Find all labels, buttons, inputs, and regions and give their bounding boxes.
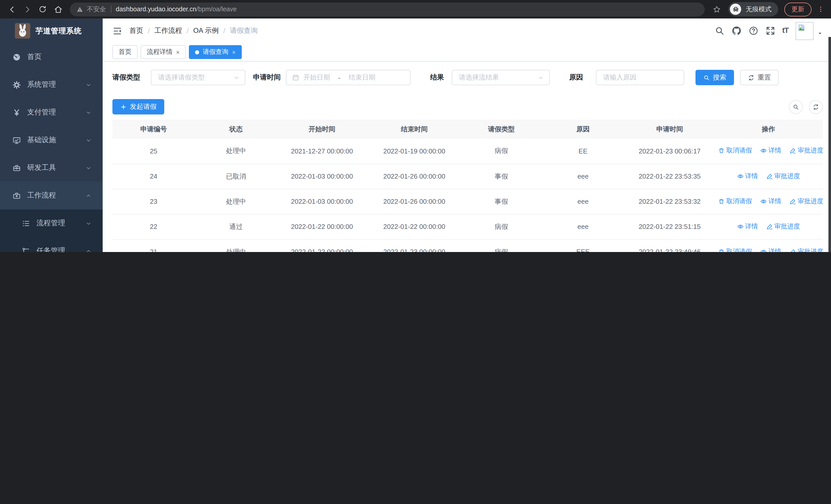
font-size-icon[interactable]: tT — [782, 26, 789, 36]
leave-type-select[interactable]: 请选择请假类型 — [151, 70, 245, 85]
table-row[interactable]: 25处理中2021-12-27 00:00:002022-01-19 00:00… — [112, 139, 823, 164]
table-row[interactable]: 23处理中2022-01-03 00:00:002022-01-26 00:00… — [112, 189, 823, 214]
cell-apply-time: 2022-01-22 23:49:46 — [625, 239, 714, 252]
github-icon[interactable] — [732, 26, 742, 36]
close-icon[interactable]: × — [176, 49, 180, 56]
sidebar: 芋道管理系统 首页系统管理支付管理基础设施研发工具工作流程流程管理任务管理我的流… — [0, 19, 103, 252]
app-title: 芋道管理系统 — [35, 26, 82, 36]
eye-detail-icon — [760, 148, 767, 154]
browser-update-button[interactable]: 更新 — [784, 2, 811, 16]
security-warning-icon[interactable] — [77, 6, 83, 12]
cell-apply-id: 24 — [112, 164, 195, 189]
browser-menu-button[interactable] — [815, 3, 826, 16]
breadcrumb-item[interactable]: 工作流程 — [154, 26, 182, 35]
security-label[interactable]: 不安全 — [87, 5, 106, 13]
sidebar-item-infra[interactable]: 基础设施 — [0, 126, 103, 154]
action-detail[interactable]: 详情 — [760, 197, 781, 206]
action-approval-progress[interactable]: 审批进度 — [766, 222, 800, 231]
trash-icon — [718, 248, 725, 252]
tab-leave-query[interactable]: 请假查询× — [189, 45, 242, 59]
bookmark-star-button[interactable] — [710, 3, 723, 16]
table-row[interactable]: 24已取消2022-01-03 00:00:002022-01-26 00:00… — [112, 164, 823, 189]
action-cancel-leave[interactable]: 取消请假 — [718, 147, 752, 155]
sidebar-item-home[interactable]: 首页 — [0, 43, 103, 71]
sidebar-item-system[interactable]: 系统管理 — [0, 71, 103, 98]
sidebar-collapse-button[interactable] — [112, 26, 122, 36]
column-header: 原因 — [541, 120, 625, 139]
sidebar-item-workflow[interactable]: 工作流程 — [0, 182, 103, 209]
action-approval-progress[interactable]: 审批进度 — [790, 147, 823, 155]
tab-process-detail[interactable]: 流程详情× — [141, 45, 186, 59]
result-placeholder: 请选择流结果 — [459, 73, 499, 82]
incognito-label: 无痕模式 — [746, 5, 771, 13]
browser-reload-button[interactable] — [36, 3, 49, 16]
address-bar[interactable]: 不安全 dashboard.yudao.iocoder.cn/bpm/oa/le… — [70, 2, 705, 16]
calendar-icon — [292, 74, 299, 81]
incognito-avatar — [730, 4, 741, 15]
app-logo-row[interactable]: 芋道管理系统 — [0, 19, 103, 43]
chevron-up-icon — [85, 192, 92, 199]
help-icon[interactable] — [748, 26, 758, 36]
eye-detail-icon — [737, 223, 744, 230]
tab-home[interactable]: 首页 — [112, 45, 138, 59]
action-approval-progress[interactable]: 审批进度 — [766, 172, 800, 180]
table-row[interactable]: 21处理中2022-01-22 00:00:002022-01-23 00:00… — [112, 239, 823, 252]
sidebar-item-process-mgmt[interactable]: 流程管理 — [0, 209, 103, 237]
action-detail[interactable]: 详情 — [737, 222, 758, 231]
create-leave-button[interactable]: 发起请假 — [112, 99, 164, 114]
action-detail[interactable]: 详情 — [737, 172, 758, 180]
reason-placeholder: 请输入原因 — [603, 73, 636, 82]
incognito-icon — [732, 5, 739, 13]
sidebar-item-payment[interactable]: 支付管理 — [0, 98, 103, 126]
reset-button[interactable]: 重置 — [740, 70, 779, 85]
cell-status: 处理中 — [195, 139, 277, 164]
refresh-icon — [812, 103, 819, 110]
cell-apply-time: 2022-01-23 00:06:17 — [625, 139, 714, 164]
page-scrollbar[interactable] — [828, 37, 831, 252]
breadcrumb-item[interactable]: 首页 — [130, 26, 143, 35]
column-header: 操作 — [714, 120, 823, 139]
breadcrumb-item[interactable]: OA 示例 — [193, 26, 219, 35]
apply-time-range-input[interactable]: 开始日期 - 结束日期 — [286, 70, 411, 85]
cell-leave-type: 病假 — [462, 239, 541, 252]
table-search-toggle-button[interactable] — [789, 100, 803, 114]
result-select[interactable]: 请选择流结果 — [452, 70, 550, 85]
cell-start-time: 2021-12-27 00:00:00 — [277, 139, 367, 164]
table-row[interactable]: 22通过2022-01-22 00:00:002022-01-22 00:00:… — [112, 214, 823, 239]
action-cancel-leave[interactable]: 取消请假 — [718, 197, 752, 206]
cell-leave-type: 事假 — [462, 189, 541, 214]
cell-start-time: 2022-01-03 00:00:00 — [277, 189, 367, 214]
avatar-caret-icon[interactable] — [817, 31, 823, 36]
table-refresh-button[interactable] — [809, 100, 823, 114]
fullscreen-icon[interactable] — [765, 26, 776, 36]
action-cancel-leave[interactable]: 取消请假 — [718, 247, 752, 252]
chevron-down-icon — [85, 220, 92, 227]
cell-start-time: 2022-01-22 00:00:00 — [277, 239, 367, 252]
plus-icon — [120, 103, 127, 110]
action-approval-progress[interactable]: 审批进度 — [790, 197, 823, 206]
reason-input[interactable]: 请输入原因 — [596, 70, 684, 85]
action-approval-progress[interactable]: 审批进度 — [790, 247, 823, 252]
home-icon — [54, 5, 62, 13]
browser-forward-button[interactable] — [21, 3, 34, 16]
screen: 不安全 dashboard.yudao.iocoder.cn/bpm/oa/le… — [0, 0, 831, 252]
start-date-placeholder: 开始日期 — [303, 73, 330, 82]
cell-end-time: 2022-01-26 00:00:00 — [367, 189, 462, 214]
header-search-icon[interactable] — [715, 26, 725, 36]
action-detail[interactable]: 详情 — [760, 247, 781, 252]
close-icon[interactable]: × — [232, 49, 236, 56]
column-header: 开始时间 — [277, 120, 367, 139]
browser-home-button[interactable] — [51, 3, 65, 16]
search-icon — [793, 103, 799, 110]
sidebar-item-task-mgmt[interactable]: 任务管理 — [0, 237, 103, 252]
column-header: 结束时间 — [367, 120, 462, 139]
eye-detail-icon — [737, 173, 744, 179]
action-detail[interactable]: 详情 — [760, 147, 781, 155]
user-avatar[interactable] — [796, 22, 813, 40]
end-date-placeholder: 结束日期 — [349, 73, 375, 82]
trash-icon — [718, 148, 725, 154]
browser-back-button[interactable] — [5, 3, 19, 16]
search-button[interactable]: 搜索 — [695, 70, 734, 85]
sidebar-item-devtools[interactable]: 研发工具 — [0, 154, 103, 182]
leave-type-label: 请假类型 — [112, 73, 140, 82]
